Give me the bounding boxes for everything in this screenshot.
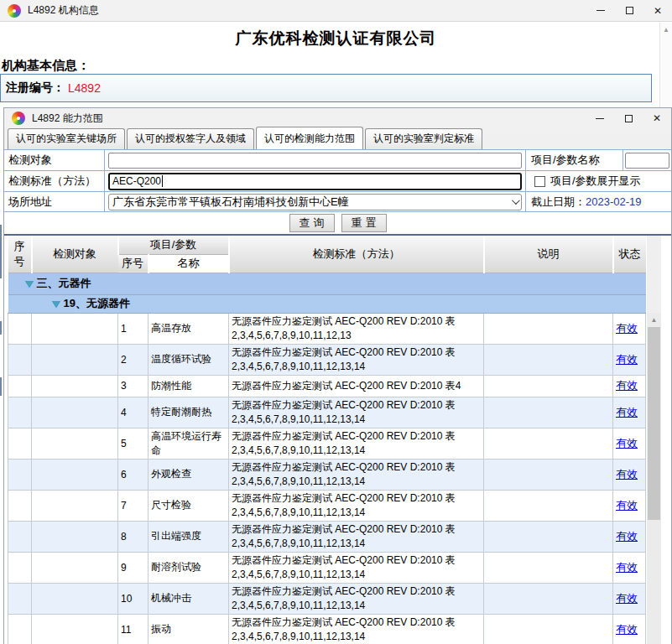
- group-row[interactable]: 三、元器件: [8, 273, 646, 294]
- window2-title: L4892 能力范围: [32, 112, 103, 126]
- cell-name: 机械冲击: [148, 583, 229, 614]
- close-icon: ✕: [653, 113, 661, 123]
- cell-seq: [8, 583, 32, 614]
- cell-status: 有效: [613, 344, 646, 375]
- cell-obj: [32, 521, 118, 552]
- expand-checkbox[interactable]: [534, 176, 545, 187]
- table-row: 10机械冲击无源器件应力鉴定测试 AEC-Q200 REV D:2010 表 2…: [8, 583, 646, 614]
- cell-std: 无源器件应力鉴定测试 AEC-Q200 REV D:2010 表 2,3,4,5…: [229, 614, 484, 644]
- standard-input[interactable]: AEC-Q200: [108, 173, 522, 190]
- object-input[interactable]: [108, 153, 522, 169]
- group-label: 19、无源器件: [64, 297, 130, 309]
- background-content-sliver: [0, 321, 2, 335]
- deadline-text: 截止日期：2023-02-19: [526, 195, 642, 210]
- text-cursor: [162, 175, 163, 187]
- window1-controls: ✕: [586, 0, 672, 21]
- cell-name: 尺寸检验: [148, 490, 229, 521]
- cell-no: 11: [118, 614, 148, 644]
- cell-obj: [32, 313, 118, 344]
- status-link[interactable]: 有效: [616, 468, 638, 480]
- cell-std: 无源器件应力鉴定测试 AEC-Q200 REV D:2010 表 2,3,4,5…: [229, 521, 484, 552]
- expand-checkbox-label: 项目/参数展开显示: [550, 174, 641, 189]
- status-link[interactable]: 有效: [616, 353, 638, 366]
- capability-table: 序号 检测对象 项目/参数 检测标准（方法） 说明 状态 序号 名称 三、元器件…: [8, 236, 646, 644]
- collapse-triangle-icon[interactable]: [25, 281, 34, 288]
- status-link[interactable]: 有效: [616, 530, 638, 543]
- cell-std: 无源器件应力鉴定测试 AEC-Q200 REV D:2010 表 2,3,4,5…: [229, 313, 484, 344]
- cell-obj: [32, 397, 118, 428]
- cell-no: 7: [118, 490, 148, 521]
- scroll-up-icon: ▲: [660, 26, 672, 34]
- collapse-triangle-icon[interactable]: [52, 301, 60, 308]
- header-seq: 序号: [8, 236, 32, 273]
- cell-obj: [32, 375, 118, 397]
- tab-lab-criteria[interactable]: 认可的实验室判定标准: [365, 128, 482, 149]
- table-header: 序号 检测对象 项目/参数 检测标准（方法） 说明 状态 序号 名称: [8, 236, 646, 273]
- status-link[interactable]: 有效: [616, 499, 638, 512]
- cell-no: 4: [118, 397, 148, 428]
- search-form: 检测对象 项目/参数名称 检测标准（方法） AEC-Q200: [4, 149, 671, 212]
- minimize-button[interactable]: [586, 0, 615, 21]
- address-select[interactable]: 广东省东莞市常平镇板石村南埔科技创新中心E幢: [108, 194, 522, 210]
- status-link[interactable]: 有效: [616, 322, 638, 335]
- minimize-button[interactable]: [586, 108, 614, 128]
- header-param-group: 项目/参数: [118, 236, 229, 254]
- status-link[interactable]: 有效: [616, 379, 638, 392]
- cell-seq: [8, 521, 32, 552]
- query-button[interactable]: 查询: [289, 214, 335, 232]
- cell-seq: [8, 344, 32, 375]
- background-content-sliver: [0, 225, 2, 278]
- table-scrollbar[interactable]: ▲: [647, 313, 661, 644]
- form-row-standard: 检测标准（方法） AEC-Q200 项目/参数展开显示: [4, 171, 671, 192]
- address-label: 场所地址: [4, 192, 105, 211]
- section-label: 机构基本信息：: [2, 58, 672, 74]
- cell-std: 无源器件应力鉴定测试 AEC-Q200 REV D:2010 表 2,3,4,5…: [229, 552, 484, 583]
- cell-status: 有效: [613, 583, 646, 614]
- app-icon: [8, 4, 21, 18]
- cell-seq: [8, 375, 32, 397]
- cell-status: 有效: [613, 614, 646, 644]
- table-row: 7尺寸检验无源器件应力鉴定测试 AEC-Q200 REV D:2010 表 2,…: [8, 490, 646, 521]
- close-button[interactable]: ✕: [643, 0, 672, 21]
- status-link[interactable]: 有效: [616, 437, 638, 449]
- table-row: 11振动无源器件应力鉴定测试 AEC-Q200 REV D:2010 表 2,3…: [8, 614, 646, 644]
- cell-no: 5: [118, 428, 148, 459]
- window1-titlebar: L4892 机构信息 ✕: [0, 0, 672, 22]
- header-note: 说明: [484, 236, 613, 273]
- param-name-input[interactable]: [625, 153, 669, 169]
- cell-note: [484, 552, 613, 583]
- maximize-icon: [625, 115, 633, 122]
- header-param-name: 名称: [148, 254, 229, 273]
- cell-seq: [8, 397, 32, 428]
- cell-status: 有效: [613, 428, 646, 459]
- maximize-button[interactable]: [614, 108, 643, 128]
- tab-key-locations[interactable]: 认可的实验室关键场所: [8, 128, 125, 149]
- maximize-button[interactable]: [615, 0, 643, 21]
- form-row-object: 检测对象 项目/参数名称: [4, 150, 671, 171]
- header-standard: 检测标准（方法）: [229, 236, 484, 273]
- cell-note: [484, 490, 613, 521]
- window1-scrollbar[interactable]: ▲: [659, 23, 672, 107]
- status-link[interactable]: 有效: [616, 623, 638, 636]
- tab-authorized-signatories[interactable]: 认可的授权签字人及领域: [127, 128, 254, 149]
- status-link[interactable]: 有效: [616, 406, 638, 418]
- cell-no: 2: [118, 344, 148, 375]
- cell-obj: [32, 552, 118, 583]
- status-link[interactable]: 有效: [616, 592, 638, 605]
- cell-name: 高温环境运行寿命: [148, 428, 229, 459]
- cell-obj: [32, 428, 118, 459]
- group-row[interactable]: 19、无源器件: [8, 294, 646, 313]
- reset-button[interactable]: 重置: [341, 214, 387, 232]
- action-button-row: 查询 重置: [4, 212, 671, 234]
- tab-testing-capability[interactable]: 认可的检测能力范围: [256, 127, 363, 149]
- status-link[interactable]: 有效: [616, 561, 638, 574]
- close-button[interactable]: ✕: [643, 108, 671, 128]
- capability-table-area: 序号 检测对象 项目/参数 检测标准（方法） 说明 状态 序号 名称 三、元器件…: [4, 234, 671, 644]
- chevron-down-icon: [512, 196, 520, 205]
- deadline-value: 2023-02-19: [586, 195, 642, 208]
- table-row: 6外观检查无源器件应力鉴定测试 AEC-Q200 REV D:2010 表 2,…: [8, 459, 646, 490]
- cell-name: 外观检查: [148, 459, 229, 490]
- cell-no: 8: [118, 521, 148, 552]
- maximize-icon: [626, 7, 633, 14]
- scrollbar-thumb[interactable]: [648, 327, 660, 520]
